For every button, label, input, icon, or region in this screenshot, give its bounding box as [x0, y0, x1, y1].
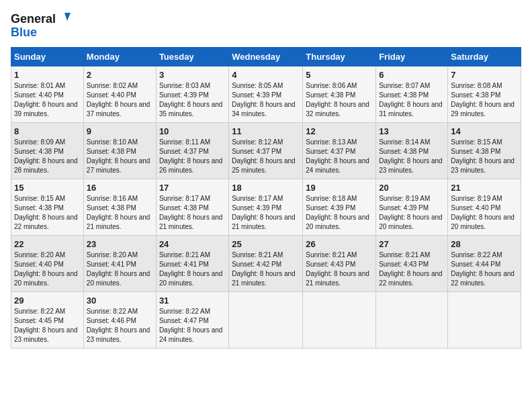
cell-info: Sunrise: 8:20 AMSunset: 4:40 PMDaylight:… — [14, 251, 78, 287]
cell-info: Sunrise: 8:17 AMSunset: 4:39 PMDaylight:… — [232, 195, 296, 230]
day-number: 12 — [306, 126, 373, 136]
day-number: 22 — [14, 239, 81, 249]
calendar-cell — [376, 292, 448, 349]
week-row-2: 8 Sunrise: 8:09 AMSunset: 4:38 PMDayligh… — [11, 123, 521, 179]
day-number: 15 — [14, 183, 81, 193]
calendar-cell: 19 Sunrise: 8:18 AMSunset: 4:39 PMDaylig… — [303, 179, 376, 236]
day-number: 18 — [232, 183, 300, 193]
cell-info: Sunrise: 8:13 AMSunset: 4:37 PMDaylight:… — [306, 138, 369, 174]
calendar-cell: 1 Sunrise: 8:01 AMSunset: 4:40 PMDayligh… — [11, 66, 84, 123]
week-row-1: 1 Sunrise: 8:01 AMSunset: 4:40 PMDayligh… — [11, 66, 521, 123]
day-number: 14 — [451, 126, 518, 136]
day-number: 6 — [379, 70, 445, 80]
day-number: 13 — [379, 126, 445, 136]
calendar-cell: 6 Sunrise: 8:07 AMSunset: 4:38 PMDayligh… — [376, 66, 448, 123]
cell-info: Sunrise: 8:09 AMSunset: 4:38 PMDaylight:… — [14, 138, 78, 174]
cell-info: Sunrise: 8:16 AMSunset: 4:38 PMDaylight:… — [87, 195, 150, 230]
cell-info: Sunrise: 8:22 AMSunset: 4:46 PMDaylight:… — [87, 308, 150, 343]
cell-info: Sunrise: 8:02 AMSunset: 4:40 PMDaylight:… — [87, 82, 150, 118]
day-number: 9 — [87, 126, 153, 136]
day-number: 10 — [159, 126, 226, 136]
day-number: 8 — [14, 126, 81, 136]
cell-info: Sunrise: 8:10 AMSunset: 4:38 PMDaylight:… — [87, 138, 150, 174]
calendar-cell: 5 Sunrise: 8:06 AMSunset: 4:38 PMDayligh… — [303, 66, 376, 123]
cell-info: Sunrise: 8:22 AMSunset: 4:44 PMDaylight:… — [451, 251, 515, 287]
day-number: 23 — [87, 239, 153, 249]
day-number: 26 — [306, 239, 373, 249]
day-number: 19 — [306, 183, 373, 193]
day-number: 7 — [451, 70, 518, 80]
cell-info: Sunrise: 8:17 AMSunset: 4:38 PMDaylight:… — [159, 195, 223, 230]
day-number: 16 — [87, 183, 153, 193]
calendar-cell: 10 Sunrise: 8:11 AMSunset: 4:37 PMDaylig… — [156, 123, 228, 179]
calendar-cell — [303, 292, 376, 349]
calendar-cell: 17 Sunrise: 8:17 AMSunset: 4:38 PMDaylig… — [156, 179, 228, 236]
day-number: 27 — [379, 239, 445, 249]
cell-info: Sunrise: 8:14 AMSunset: 4:38 PMDaylight:… — [379, 138, 443, 174]
day-number: 11 — [232, 126, 300, 136]
calendar-table: SundayMondayTuesdayWednesdayThursdayFrid… — [11, 47, 521, 349]
cell-info: Sunrise: 8:20 AMSunset: 4:41 PMDaylight:… — [87, 251, 150, 287]
calendar-cell: 2 Sunrise: 8:02 AMSunset: 4:40 PMDayligh… — [83, 66, 156, 123]
calendar-cell: 8 Sunrise: 8:09 AMSunset: 4:38 PMDayligh… — [11, 123, 84, 179]
svg-text:General: General — [11, 12, 56, 26]
col-header-friday: Friday — [376, 48, 448, 66]
calendar-cell: 9 Sunrise: 8:10 AMSunset: 4:38 PMDayligh… — [83, 123, 156, 179]
day-number: 17 — [159, 183, 226, 193]
cell-info: Sunrise: 8:06 AMSunset: 4:38 PMDaylight:… — [306, 82, 369, 118]
logo-svg: GeneralBlue — [11, 11, 75, 40]
week-row-3: 15 Sunrise: 8:15 AMSunset: 4:38 PMDaylig… — [11, 179, 521, 236]
day-number: 29 — [14, 295, 81, 306]
day-number: 4 — [232, 70, 300, 80]
day-number: 20 — [379, 183, 445, 193]
cell-info: Sunrise: 8:18 AMSunset: 4:39 PMDaylight:… — [306, 195, 369, 230]
calendar-cell: 24 Sunrise: 8:21 AMSunset: 4:41 PMDaylig… — [156, 236, 228, 292]
col-header-thursday: Thursday — [303, 48, 376, 66]
day-number: 2 — [87, 70, 153, 80]
calendar-cell — [448, 292, 521, 349]
cell-info: Sunrise: 8:19 AMSunset: 4:40 PMDaylight:… — [451, 195, 515, 230]
page-header: GeneralBlue — [11, 11, 521, 40]
week-row-4: 22 Sunrise: 8:20 AMSunset: 4:40 PMDaylig… — [11, 236, 521, 292]
cell-info: Sunrise: 8:21 AMSunset: 4:43 PMDaylight:… — [379, 251, 443, 287]
cell-info: Sunrise: 8:07 AMSunset: 4:38 PMDaylight:… — [379, 82, 443, 118]
week-row-5: 29 Sunrise: 8:22 AMSunset: 4:45 PMDaylig… — [11, 292, 521, 349]
calendar-cell: 14 Sunrise: 8:15 AMSunset: 4:38 PMDaylig… — [448, 123, 521, 179]
cell-info: Sunrise: 8:19 AMSunset: 4:39 PMDaylight:… — [379, 195, 443, 230]
cell-info: Sunrise: 8:21 AMSunset: 4:42 PMDaylight:… — [232, 251, 296, 287]
calendar-cell: 20 Sunrise: 8:19 AMSunset: 4:39 PMDaylig… — [376, 179, 448, 236]
col-header-tuesday: Tuesday — [156, 48, 228, 66]
day-number: 31 — [159, 295, 226, 306]
col-header-monday: Monday — [83, 48, 156, 66]
calendar-cell: 12 Sunrise: 8:13 AMSunset: 4:37 PMDaylig… — [303, 123, 376, 179]
day-number: 24 — [159, 239, 226, 249]
cell-info: Sunrise: 8:11 AMSunset: 4:37 PMDaylight:… — [159, 138, 223, 174]
cell-info: Sunrise: 8:15 AMSunset: 4:38 PMDaylight:… — [451, 138, 515, 174]
svg-marker-1 — [64, 13, 71, 21]
svg-text:Blue: Blue — [11, 26, 37, 39]
calendar-cell: 15 Sunrise: 8:15 AMSunset: 4:38 PMDaylig… — [11, 179, 84, 236]
day-number: 30 — [87, 295, 153, 306]
calendar-cell: 26 Sunrise: 8:21 AMSunset: 4:43 PMDaylig… — [303, 236, 376, 292]
calendar-cell: 30 Sunrise: 8:22 AMSunset: 4:46 PMDaylig… — [83, 292, 156, 349]
cell-info: Sunrise: 8:05 AMSunset: 4:39 PMDaylight:… — [232, 82, 296, 118]
calendar-cell: 27 Sunrise: 8:21 AMSunset: 4:43 PMDaylig… — [376, 236, 448, 292]
day-number: 1 — [14, 70, 81, 80]
cell-info: Sunrise: 8:15 AMSunset: 4:38 PMDaylight:… — [14, 195, 78, 230]
calendar-cell: 29 Sunrise: 8:22 AMSunset: 4:45 PMDaylig… — [11, 292, 84, 349]
day-number: 5 — [306, 70, 373, 80]
day-number: 21 — [451, 183, 518, 193]
day-number: 28 — [451, 239, 518, 249]
cell-info: Sunrise: 8:21 AMSunset: 4:43 PMDaylight:… — [306, 251, 369, 287]
calendar-cell: 3 Sunrise: 8:03 AMSunset: 4:39 PMDayligh… — [156, 66, 228, 123]
calendar-cell: 13 Sunrise: 8:14 AMSunset: 4:38 PMDaylig… — [376, 123, 448, 179]
cell-info: Sunrise: 8:22 AMSunset: 4:45 PMDaylight:… — [14, 308, 78, 343]
calendar-cell — [229, 292, 303, 349]
cell-info: Sunrise: 8:21 AMSunset: 4:41 PMDaylight:… — [159, 251, 223, 287]
col-header-sunday: Sunday — [11, 48, 84, 66]
calendar-cell: 11 Sunrise: 8:12 AMSunset: 4:37 PMDaylig… — [229, 123, 303, 179]
col-header-wednesday: Wednesday — [229, 48, 303, 66]
cell-info: Sunrise: 8:08 AMSunset: 4:38 PMDaylight:… — [451, 82, 515, 118]
calendar-cell: 7 Sunrise: 8:08 AMSunset: 4:38 PMDayligh… — [448, 66, 521, 123]
calendar-cell: 21 Sunrise: 8:19 AMSunset: 4:40 PMDaylig… — [448, 179, 521, 236]
